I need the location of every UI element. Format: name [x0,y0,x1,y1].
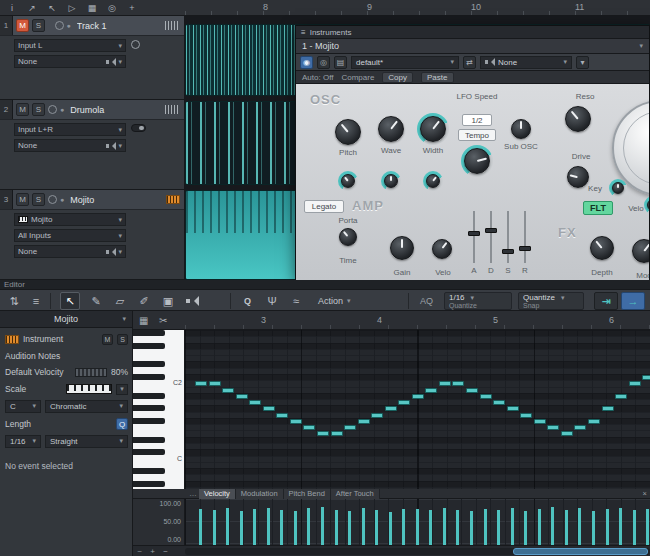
close-icon[interactable]: × [643,489,647,498]
preset-file-icon[interactable]: ▤ [334,56,347,69]
black-key[interactable] [133,449,165,455]
panel-menu-icon[interactable]: ▾ [576,56,589,69]
midi-note[interactable] [331,431,343,436]
velocity-bar[interactable] [375,510,378,545]
velocity-bar[interactable] [443,508,446,545]
input-select[interactable]: All Inputs ▾ [14,229,126,242]
velocity-bar[interactable] [213,510,216,545]
midi-note[interactable] [574,425,586,430]
track-1-header[interactable]: 1 M S ▾ ● Track 1 [0,16,184,36]
sub-osc-knob[interactable] [511,119,531,139]
fx-depth-knob[interactable] [590,236,614,260]
keyboard-icon[interactable]: ▦ [139,315,148,326]
track-name[interactable]: Drumola [70,105,162,115]
midi-note[interactable] [371,413,383,418]
black-key[interactable] [133,330,165,336]
instrument-select[interactable]: Mojito ▾ [14,213,126,226]
lfo-speed-knob[interactable] [464,148,490,174]
scissors-icon[interactable]: ✂ [159,315,167,326]
preset-select[interactable]: default* ▾ [351,56,459,69]
hamburger-icon[interactable]: ≡ [301,28,306,37]
output-select[interactable]: None ▾ [14,245,126,258]
width-mod-knob[interactable] [426,174,440,188]
midi-note[interactable] [358,419,370,424]
velocity-bar[interactable] [578,508,581,545]
midi-note[interactable] [344,425,356,430]
output-select[interactable]: None ▾ [14,55,126,68]
list-view-icon[interactable]: ≡ [26,292,46,310]
release-slider[interactable] [519,211,531,263]
monitor-icon[interactable] [55,21,64,30]
midi-note[interactable] [561,431,573,436]
black-key[interactable] [133,393,165,399]
velocity-bar[interactable] [267,508,270,545]
velocity-bar[interactable] [402,509,405,545]
track-3[interactable]: 3 M S ● Mojito Mojito ▾ All Inputs ▾ [0,190,184,280]
aq-toggle[interactable]: AQ [420,290,433,312]
input-monitor-icon[interactable] [131,40,140,49]
mute-button[interactable]: M [16,103,29,116]
auto-mode-label[interactable]: Auto: Off [302,73,333,82]
pitch-knob[interactable] [335,119,361,145]
velocity-bar[interactable] [551,507,554,545]
monitor-icon[interactable] [48,105,57,114]
copy-button[interactable]: Copy [382,72,413,83]
cursor-icon[interactable]: ↖ [45,2,59,14]
wave-knob[interactable] [378,116,404,142]
porta-time-knob[interactable] [339,228,357,246]
tab-modulation[interactable]: Modulation [236,489,284,499]
midi-note[interactable] [602,406,614,411]
flag-icon[interactable]: ▷ [65,2,79,14]
track-name[interactable]: Track 1 [77,21,162,31]
midi-note[interactable] [547,425,559,430]
track-2-header[interactable]: 2 M S ● Drumola [0,100,184,120]
decay-slider[interactable] [485,211,497,263]
velocity-bar[interactable] [429,510,432,545]
reso-knob[interactable] [565,106,591,132]
snap-mode-select[interactable]: Quantize▾ Snap [518,292,584,310]
track-3-header[interactable]: 3 M S ● Mojito [0,190,184,210]
black-key[interactable] [133,405,165,411]
tab-after-touch[interactable]: After Touch [331,489,380,499]
black-key[interactable] [133,468,165,474]
mute-button[interactable]: M [16,193,29,206]
velocity-bar[interactable] [280,510,283,545]
velocity-bar[interactable] [348,511,351,545]
humanize-icon[interactable]: ≈ [286,292,306,310]
instruments-panel-titlebar[interactable]: ≡ Instruments [296,26,649,39]
black-key[interactable] [133,343,165,349]
black-key[interactable] [133,481,165,487]
velocity-bar[interactable] [565,510,568,545]
output-routing-select[interactable]: None ▾ [480,56,572,69]
midi-note[interactable] [317,431,329,436]
paint-tool[interactable]: ✐ [134,292,154,310]
velocity-bar[interactable] [253,509,256,545]
autoscroll-button[interactable]: → [621,292,645,310]
instrument-keyboard-icon[interactable] [166,195,180,204]
track-1[interactable]: 1 M S ▾ ● Track 1 Input L ▾ None [0,16,184,100]
midi-note[interactable] [290,419,302,424]
swing-select[interactable]: Straight ▾ [45,435,128,448]
instrument-row[interactable]: Instrument M S [0,332,133,346]
midi-note[interactable] [385,406,397,411]
scrollbar-handle[interactable] [513,548,648,555]
velocity-bar[interactable] [199,509,202,545]
tempo-sync-button[interactable]: Tempo [458,129,496,141]
monitor-icon[interactable] [48,195,57,204]
length-q-button[interactable]: Q [116,418,128,430]
solo-button[interactable]: S [32,19,45,32]
zoom-in-icon[interactable]: + [146,547,159,556]
more-icon[interactable]: … [187,489,199,498]
solo-button[interactable]: S [32,193,45,206]
midi-note[interactable] [466,388,478,393]
velocity-bar[interactable] [633,510,636,545]
fx-mod-knob[interactable] [632,239,649,263]
legato-button[interactable]: Legato [304,200,344,213]
velo-knob[interactable] [432,239,452,259]
velocity-bar[interactable] [456,510,459,545]
midi-note[interactable] [236,394,248,399]
target-icon[interactable]: ◎ [105,2,119,14]
midi-note[interactable] [534,419,546,424]
quantize-q-button[interactable]: Q [244,290,251,312]
velocity-bars[interactable] [185,499,650,545]
